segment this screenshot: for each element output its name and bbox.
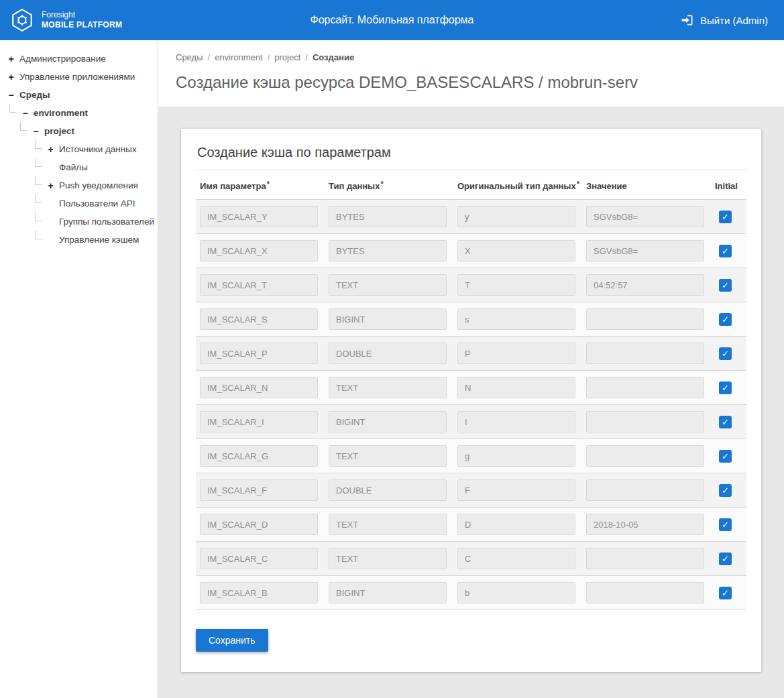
initial-checkbox[interactable]: ✓ xyxy=(719,484,732,497)
column-header: Initial xyxy=(715,181,742,191)
param-value-input[interactable] xyxy=(586,240,704,261)
param-value-input[interactable] xyxy=(586,445,704,467)
minus-icon[interactable]: − xyxy=(7,90,15,101)
minus-icon[interactable]: − xyxy=(32,126,40,137)
save-button[interactable]: Сохранить xyxy=(196,629,268,652)
check-icon: ✓ xyxy=(722,589,729,597)
param-value-input[interactable] xyxy=(586,274,704,296)
sidebar-item-environment[interactable]: − environment xyxy=(0,104,158,122)
param-name-input[interactable] xyxy=(200,514,318,535)
initial-checkbox[interactable]: ✓ xyxy=(719,313,732,326)
param-value-input[interactable] xyxy=(586,343,704,364)
param-type-input[interactable] xyxy=(329,479,447,501)
required-asterisk: * xyxy=(267,180,270,188)
param-original-type-input[interactable] xyxy=(457,514,575,535)
param-value-input[interactable] xyxy=(586,514,704,535)
param-value-input[interactable] xyxy=(586,582,704,603)
param-original-type-input[interactable] xyxy=(457,445,575,467)
table-row: ✓ xyxy=(196,507,746,541)
sidebar-item-управление-кэшем[interactable]: Управление кэшем xyxy=(0,231,158,249)
param-original-type-input[interactable] xyxy=(457,206,575,227)
sidebar-item-источники-данных[interactable]: + Источники данных xyxy=(0,140,158,158)
param-name-input[interactable] xyxy=(200,377,318,398)
initial-checkbox[interactable]: ✓ xyxy=(719,347,732,360)
param-type-input[interactable] xyxy=(329,206,447,227)
param-original-type-input[interactable] xyxy=(457,411,575,432)
topbar: Foresight MOBILE PLATFORM Форсайт. Мобил… xyxy=(0,0,784,40)
param-name-input[interactable] xyxy=(200,479,318,501)
param-value-input[interactable] xyxy=(586,377,704,398)
param-original-type-input[interactable] xyxy=(457,582,575,603)
sidebar-item-project[interactable]: − project xyxy=(0,122,158,140)
param-type-input[interactable] xyxy=(329,582,447,603)
param-original-type-input[interactable] xyxy=(457,240,575,261)
param-value-input[interactable] xyxy=(586,479,704,501)
breadcrumb-link[interactable]: project xyxy=(274,52,300,62)
param-name-input[interactable] xyxy=(200,274,318,296)
param-value-input[interactable] xyxy=(586,411,704,432)
param-original-type-input[interactable] xyxy=(457,548,575,569)
sidebar-item-файлы[interactable]: Файлы xyxy=(0,158,158,176)
initial-checkbox[interactable]: ✓ xyxy=(719,279,732,292)
initial-checkbox[interactable]: ✓ xyxy=(719,552,732,565)
param-value-input[interactable] xyxy=(586,308,704,330)
minus-icon[interactable]: − xyxy=(21,108,30,119)
column-label: Значение xyxy=(586,181,627,191)
column-label: Имя параметра xyxy=(200,181,266,191)
initial-checkbox[interactable]: ✓ xyxy=(719,587,732,599)
param-name-input[interactable] xyxy=(200,343,318,364)
param-type-input[interactable] xyxy=(329,377,447,398)
sidebar-item-label: Источники данных xyxy=(59,144,137,154)
breadcrumb-link[interactable]: Среды xyxy=(176,52,203,62)
tree-connector-icon xyxy=(9,104,17,113)
param-type-input[interactable] xyxy=(329,240,447,261)
sidebar-item-label: Push уведомления xyxy=(59,180,138,190)
breadcrumb-separator: / xyxy=(268,52,270,62)
initial-checkbox[interactable]: ✓ xyxy=(719,518,732,531)
breadcrumb-link[interactable]: environment xyxy=(215,52,263,62)
sidebar-item-среды[interactable]: − Среды xyxy=(0,86,158,104)
sidebar-item-администрирование[interactable]: + Администрирование xyxy=(0,50,158,68)
param-original-type-input[interactable] xyxy=(457,479,575,501)
sidebar-item-label: Группы пользователей xyxy=(59,217,154,227)
param-type-input[interactable] xyxy=(329,514,447,535)
plus-icon[interactable]: + xyxy=(7,72,15,82)
check-icon: ✓ xyxy=(722,452,729,461)
param-name-input[interactable] xyxy=(200,548,318,569)
param-type-input[interactable] xyxy=(329,274,447,296)
param-original-type-input[interactable] xyxy=(457,274,575,296)
initial-checkbox[interactable]: ✓ xyxy=(719,450,732,463)
column-header: Тип данных * xyxy=(329,181,457,191)
param-name-input[interactable] xyxy=(200,308,318,330)
initial-checkbox[interactable]: ✓ xyxy=(719,416,732,428)
hexagon-gear-logo xyxy=(9,7,35,33)
initial-checkbox[interactable]: ✓ xyxy=(719,211,732,223)
param-type-input[interactable] xyxy=(329,445,447,467)
param-name-input[interactable] xyxy=(200,411,318,432)
plus-icon[interactable]: + xyxy=(46,180,55,191)
plus-icon[interactable]: + xyxy=(7,54,15,64)
param-type-input[interactable] xyxy=(329,548,447,569)
plus-icon[interactable]: + xyxy=(46,144,55,155)
param-name-input[interactable] xyxy=(200,240,318,261)
sidebar-item-пользователи-api[interactable]: Пользователи API xyxy=(0,194,158,213)
param-name-input[interactable] xyxy=(200,206,318,227)
param-value-input[interactable] xyxy=(586,206,704,227)
sidebar-item-управление-приложениями[interactable]: + Управление приложениями xyxy=(0,68,158,86)
param-original-type-input[interactable] xyxy=(457,377,575,398)
sidebar-item-push-уведомления[interactable]: + Push уведомления xyxy=(0,176,158,194)
param-name-input[interactable] xyxy=(200,582,318,603)
sidebar-item-группы-пользователей[interactable]: Группы пользователей xyxy=(0,213,158,231)
param-type-input[interactable] xyxy=(329,308,447,330)
check-icon: ✓ xyxy=(722,281,729,290)
param-original-type-input[interactable] xyxy=(457,308,575,330)
logout-icon xyxy=(681,13,694,27)
param-name-input[interactable] xyxy=(200,445,318,467)
param-value-input[interactable] xyxy=(586,548,704,569)
param-type-input[interactable] xyxy=(329,411,447,432)
param-original-type-input[interactable] xyxy=(457,343,575,364)
param-type-input[interactable] xyxy=(329,343,447,364)
logout-button[interactable]: Выйти (Admin) xyxy=(681,13,784,27)
initial-checkbox[interactable]: ✓ xyxy=(719,382,732,394)
initial-checkbox[interactable]: ✓ xyxy=(719,245,732,257)
